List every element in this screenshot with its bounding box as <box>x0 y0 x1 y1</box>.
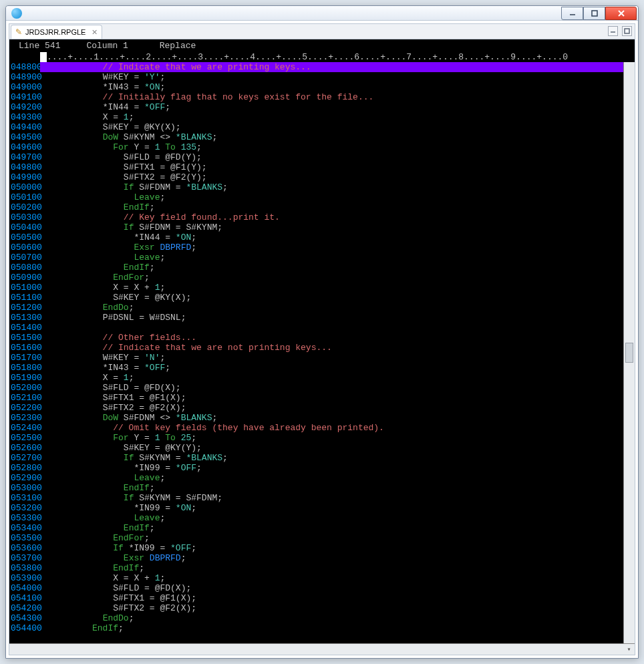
code-line[interactable]: 051400 <box>9 323 623 333</box>
code-line[interactable]: 054200 S#FTX2 = @F2(X); <box>9 603 623 613</box>
minimize-button[interactable] <box>561 7 583 20</box>
code-text[interactable]: Leave; <box>40 253 623 263</box>
code-line[interactable]: 051800 *IN43 = *OFF; <box>9 363 623 373</box>
code-line[interactable]: 052400 // Omit key fields (they have alr… <box>9 423 623 433</box>
code-line[interactable]: 052000 S#FLD = @FD(X); <box>9 383 623 393</box>
code-line[interactable]: 051000 X = X + 1; <box>9 283 623 293</box>
code-line[interactable]: 050600 Exsr DBPRFD; <box>9 242 623 253</box>
code-line[interactable]: 051600 // Indicate that we are not print… <box>9 343 623 353</box>
code-line[interactable]: 049200 *IN44 = *OFF; <box>9 102 623 112</box>
code-line[interactable]: 050800 EndIf; <box>9 263 623 273</box>
code-line[interactable]: 049000 *IN43 = *ON; <box>9 82 623 92</box>
code-text[interactable]: S#FLD = @FD(Y); <box>40 152 623 162</box>
code-text[interactable]: If S#FDNM = *BLANKS; <box>40 182 623 192</box>
code-text[interactable]: X = X + 1; <box>40 283 623 293</box>
code-line[interactable]: 052200 S#FTX2 = @F2(X); <box>9 403 623 413</box>
code-line[interactable]: 051100 S#KEY = @KY(X); <box>9 293 623 303</box>
code-text[interactable]: *IN44 = *ON; <box>40 232 623 242</box>
code-text[interactable]: // Key field found...print it. <box>40 212 623 222</box>
code-line[interactable]: 053700 Exsr DBPRFD; <box>9 553 623 563</box>
code-line[interactable]: 054300 EndDo; <box>9 613 623 623</box>
code-text[interactable]: *IN43 = *ON; <box>40 82 623 92</box>
code-text[interactable]: W#KEY = 'Y'; <box>40 72 623 82</box>
code-line[interactable]: 053600 If *IN99 = *OFF; <box>9 543 623 553</box>
code-line[interactable]: 052700 If S#KYNM = *BLANKS; <box>9 453 623 463</box>
code-text[interactable]: EndIf; <box>40 623 623 633</box>
code-text[interactable]: Exsr DBPRFD; <box>40 553 623 563</box>
code-text[interactable]: S#FLD = @FD(X); <box>40 383 623 393</box>
code-text[interactable]: EndIf; <box>40 563 623 573</box>
code-line[interactable]: 051300 P#DSNL = W#DSNL; <box>9 313 623 323</box>
code-text[interactable]: S#KEY = @KY(Y); <box>40 443 623 453</box>
code-text[interactable]: If S#KYNM = S#FDNM; <box>40 493 623 503</box>
code-line[interactable]: 050500 *IN44 = *ON; <box>9 232 623 242</box>
code-line[interactable]: 050200 EndIf; <box>9 202 623 212</box>
vertical-scrollbar[interactable] <box>623 62 635 643</box>
code-text[interactable]: EndIf; <box>40 483 623 493</box>
code-line[interactable]: 049100 // Initially flag that no keys ex… <box>9 92 623 102</box>
code-line[interactable]: 049500 DoW S#KYNM <> *BLANKS; <box>9 132 623 142</box>
code-line[interactable]: 053800 EndIf; <box>9 563 623 573</box>
tab-file[interactable]: ✎ JRDSJRR.RPGLE ✕ <box>11 25 102 39</box>
code-text[interactable]: // Other fields... <box>40 333 623 343</box>
code-line[interactable]: 050400 If S#FDNM = S#KYNM; <box>9 222 623 232</box>
code-text[interactable]: Leave; <box>40 473 623 483</box>
code-line[interactable]: 053300 Leave; <box>9 513 623 523</box>
code-line[interactable]: 050900 EndFor; <box>9 273 623 283</box>
code-line[interactable]: 051200 EndDo; <box>9 303 623 313</box>
code-text[interactable]: For Y = 1 To 135; <box>40 142 623 152</box>
code-line[interactable]: 049300 X = 1; <box>9 112 623 122</box>
code-area[interactable]: 048800 // Indicate that we are printing … <box>9 62 635 643</box>
scroll-down-arrow[interactable]: ▾ <box>623 645 635 653</box>
code-line[interactable]: 053000 EndIf; <box>9 483 623 493</box>
code-line[interactable]: 050300 // Key field found...print it. <box>9 212 623 222</box>
code-line[interactable]: 051700 W#KEY = 'N'; <box>9 353 623 363</box>
code-text[interactable]: S#FTX2 = @F2(Y); <box>40 172 623 182</box>
code-text[interactable]: S#FTX1 = @F1(X); <box>40 393 623 403</box>
window-titlebar[interactable] <box>6 6 638 21</box>
code-line[interactable]: 053200 *IN99 = *ON; <box>9 503 623 513</box>
code-text[interactable]: S#FTX2 = @F2(X); <box>40 603 623 613</box>
code-line[interactable]: 049700 S#FLD = @FD(Y); <box>9 152 623 162</box>
code-line[interactable]: 053100 If S#KYNM = S#FDNM; <box>9 493 623 503</box>
minimize-view-icon[interactable] <box>608 26 618 36</box>
code-text[interactable]: EndFor; <box>40 273 623 283</box>
code-text[interactable]: Leave; <box>40 192 623 202</box>
code-text[interactable]: S#FTX1 = @F1(X); <box>40 593 623 603</box>
code-text[interactable]: Exsr DBPRFD; <box>40 242 623 253</box>
code-text[interactable]: // Omit key fields (they have already be… <box>40 423 623 433</box>
code-text[interactable]: // Indicate that we are not printing key… <box>40 343 623 353</box>
code-line[interactable]: 049400 S#KEY = @KY(X); <box>9 122 623 132</box>
code-text[interactable]: // Indicate that we are printing keys... <box>40 62 623 72</box>
code-text[interactable]: EndFor; <box>40 533 623 543</box>
code-line[interactable]: 052100 S#FTX1 = @F1(X); <box>9 393 623 403</box>
code-text[interactable]: S#KEY = @KY(X); <box>40 122 623 132</box>
code-text[interactable]: EndDo; <box>40 303 623 313</box>
code-text[interactable]: Leave; <box>40 513 623 523</box>
code-line[interactable]: 053400 EndIf; <box>9 523 623 533</box>
code-line[interactable]: 053500 EndFor; <box>9 533 623 543</box>
code-line[interactable]: 052600 S#KEY = @KY(Y); <box>9 443 623 453</box>
code-text[interactable]: If S#FDNM = S#KYNM; <box>40 222 623 232</box>
scrollbar-thumb[interactable] <box>625 343 633 363</box>
code-line[interactable]: 050700 Leave; <box>9 253 623 263</box>
code-text[interactable]: S#FLD = @FD(X); <box>40 583 623 593</box>
code-text[interactable]: X = 1; <box>40 112 623 122</box>
code-text[interactable]: *IN99 = *ON; <box>40 503 623 513</box>
code-line[interactable]: 049800 S#FTX1 = @F1(Y); <box>9 162 623 172</box>
code-text[interactable]: S#KEY = @KY(X); <box>40 293 623 303</box>
code-text[interactable]: EndIf; <box>40 202 623 212</box>
code-text[interactable]: P#DSNL = W#DSNL; <box>40 313 623 323</box>
code-line[interactable]: 052500 For Y = 1 To 25; <box>9 433 623 443</box>
code-text[interactable]: // Initially flag that no keys exist for… <box>40 92 623 102</box>
code-text[interactable]: S#FTX2 = @F2(X); <box>40 403 623 413</box>
code-text[interactable]: *IN99 = *OFF; <box>40 463 623 473</box>
code-text[interactable]: If S#KYNM = *BLANKS; <box>40 453 623 463</box>
code-text[interactable]: X = 1; <box>40 373 623 383</box>
code-text[interactable]: EndIf; <box>40 523 623 533</box>
code-text[interactable]: *IN43 = *OFF; <box>40 363 623 373</box>
code-line[interactable]: 053900 X = X + 1; <box>9 573 623 583</box>
code-text[interactable]: EndDo; <box>40 613 623 623</box>
horizontal-scrollbar[interactable]: ▾ <box>9 643 635 655</box>
code-line[interactable]: 054000 S#FLD = @FD(X); <box>9 583 623 593</box>
